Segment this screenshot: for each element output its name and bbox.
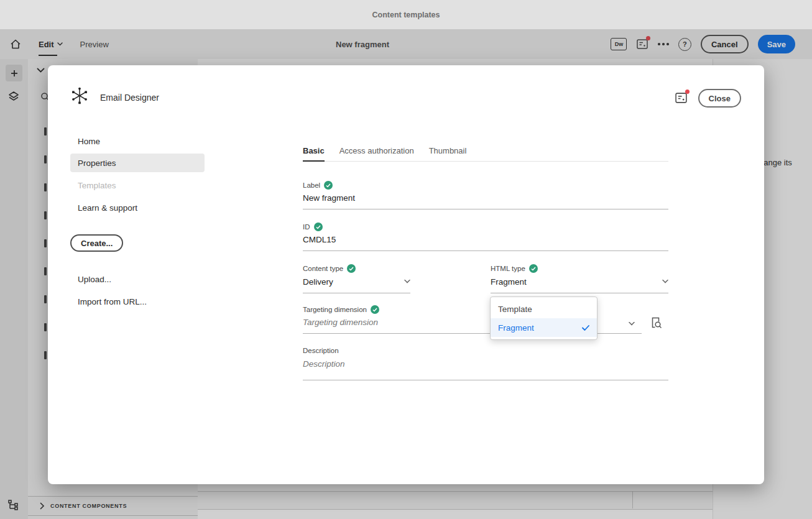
create-button[interactable]: Create... xyxy=(70,234,123,252)
notification-dot xyxy=(685,90,690,94)
email-designer-logo-icon xyxy=(70,86,89,105)
option-template[interactable]: Template xyxy=(491,300,597,318)
tab-basic[interactable]: Basic xyxy=(303,140,325,161)
content-type-label: Content type xyxy=(303,264,356,273)
form-tabs: Basic Access authorization Thumbnail xyxy=(303,140,668,162)
checkmark-icon xyxy=(582,325,589,331)
tab-thumbnail[interactable]: Thumbnail xyxy=(429,140,467,161)
html-type-value: Fragment xyxy=(491,277,527,287)
valid-check-icon xyxy=(347,264,356,273)
email-designer-dialog: Email Designer Close Home Properties Tem… xyxy=(48,65,764,484)
sidebar-item-home[interactable]: Home xyxy=(70,132,205,150)
valid-check-icon xyxy=(371,305,379,314)
chevron-down-icon xyxy=(404,280,410,283)
properties-form: Basic Access authorization Thumbnail Lab… xyxy=(303,140,668,463)
label-input[interactable] xyxy=(303,190,668,209)
chevron-down-icon xyxy=(662,280,668,283)
html-type-dropdown: Template Fragment xyxy=(490,296,597,340)
os-bar-title: Content templates xyxy=(372,11,440,19)
content-type-picker[interactable]: Delivery xyxy=(303,273,410,293)
description-input[interactable] xyxy=(303,356,668,380)
valid-check-icon xyxy=(324,181,333,190)
valid-check-icon xyxy=(314,223,323,231)
html-type-label: HTML type xyxy=(491,264,538,273)
description-label: Description xyxy=(303,347,339,354)
browse-search-icon[interactable] xyxy=(650,316,662,329)
targeting-dimension-label: Targeting dimension xyxy=(303,305,379,314)
screen: Content templates Edit Preview New fragm… xyxy=(0,0,812,519)
sidebar-item-properties[interactable]: Properties xyxy=(70,154,205,172)
option-fragment[interactable]: Fragment xyxy=(491,318,597,337)
close-button[interactable]: Close xyxy=(698,89,741,108)
sidebar-item-learn-support[interactable]: Learn & support xyxy=(70,198,205,217)
upload-link[interactable]: Upload... xyxy=(78,275,111,284)
id-input[interactable] xyxy=(303,231,668,251)
label-field-label: Label xyxy=(303,181,333,190)
content-type-value: Delivery xyxy=(303,277,333,287)
dialog-feedback-button[interactable] xyxy=(675,91,688,104)
dialog-title: Email Designer xyxy=(100,93,159,103)
import-from-url-link[interactable]: Import from URL... xyxy=(78,297,147,306)
html-type-picker[interactable]: Fragment xyxy=(491,273,668,293)
id-field-label: ID xyxy=(303,223,323,231)
sidebar-item-templates[interactable]: Templates xyxy=(70,176,205,195)
valid-check-icon xyxy=(529,264,538,273)
os-bar: Content templates xyxy=(0,0,812,29)
tab-access-authorization[interactable]: Access authorization xyxy=(339,140,414,161)
